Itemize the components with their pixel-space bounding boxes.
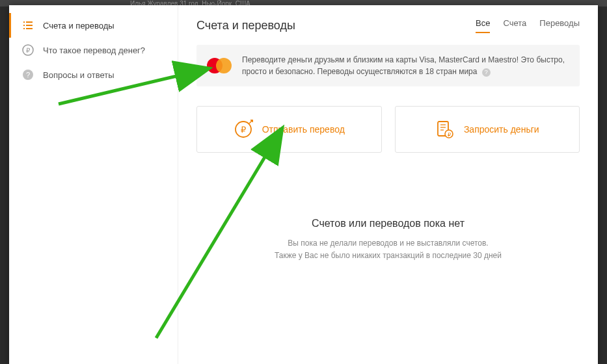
svg-text:₽: ₽	[447, 132, 450, 138]
sidebar-item-what-is-transfer[interactable]: ₽ Что такое перевод денег?	[9, 38, 178, 62]
send-transfer-button[interactable]: ₽ Отправить перевод	[196, 106, 382, 153]
svg-rect-4	[23, 28, 25, 29]
sidebar: Счета и переводы ₽ Что такое перевод ден…	[9, 5, 178, 364]
page-title: Счета и переводы	[196, 19, 295, 32]
sidebar-item-accounts-transfers[interactable]: Счета и переводы	[9, 13, 178, 38]
empty-text: Вы пока не делали переводов и не выставл…	[196, 237, 580, 262]
action-cards-row: ₽ Отправить перевод ₽ Запросить деньги	[196, 106, 580, 153]
svg-text:?: ?	[26, 71, 30, 79]
svg-text:₽: ₽	[26, 47, 31, 54]
svg-rect-3	[26, 25, 33, 26]
request-money-icon: ₽	[435, 120, 455, 139]
request-money-label: Запросить деньги	[464, 124, 539, 135]
svg-rect-2	[23, 25, 25, 26]
empty-line-1: Вы пока не делали переводов и не выставл…	[288, 239, 488, 248]
help-tooltip-icon[interactable]: ?	[482, 68, 491, 77]
sidebar-item-label: Вопросы и ответы	[43, 70, 114, 80]
tab-transfers[interactable]: Переводы	[539, 18, 580, 33]
svg-text:₽: ₽	[241, 125, 246, 135]
ruble-icon: ₽	[22, 44, 34, 56]
info-banner: Переводите деньги друзьям и близким на к…	[196, 45, 580, 86]
empty-state: Счетов или переводов пока нет Вы пока не…	[196, 218, 580, 262]
content-area: Счета и переводы Все Счета Переводы Пере…	[178, 5, 598, 364]
sidebar-item-faq[interactable]: ? Вопросы и ответы	[9, 62, 178, 87]
banner-text-content: Переводите деньги друзьям и близким на к…	[242, 55, 565, 76]
filter-tabs: Все Счета Переводы	[476, 18, 580, 33]
svg-rect-0	[23, 21, 25, 23]
header-row: Счета и переводы Все Счета Переводы	[196, 18, 580, 33]
tab-all[interactable]: Все	[476, 18, 490, 33]
svg-rect-1	[26, 21, 33, 23]
banner-text: Переводите деньги друзьям и близким на к…	[242, 54, 569, 77]
list-icon	[22, 20, 34, 31]
svg-rect-5	[26, 28, 33, 29]
payments-modal: Счета и переводы ₽ Что такое перевод ден…	[9, 5, 598, 364]
sidebar-item-label: Счета и переводы	[43, 21, 115, 31]
help-icon: ?	[22, 69, 34, 81]
sidebar-item-label: Что такое перевод денег?	[43, 46, 145, 55]
tab-accounts[interactable]: Счета	[503, 18, 526, 33]
send-transfer-label: Отправить перевод	[262, 124, 345, 135]
empty-title: Счетов или переводов пока нет	[196, 218, 580, 229]
send-money-icon: ₽	[234, 120, 253, 139]
request-money-button[interactable]: ₽ Запросить деньги	[395, 106, 580, 153]
mastercard-icon	[207, 57, 233, 74]
empty-line-2: Также у Вас не было никаких транзакций в…	[275, 251, 502, 260]
